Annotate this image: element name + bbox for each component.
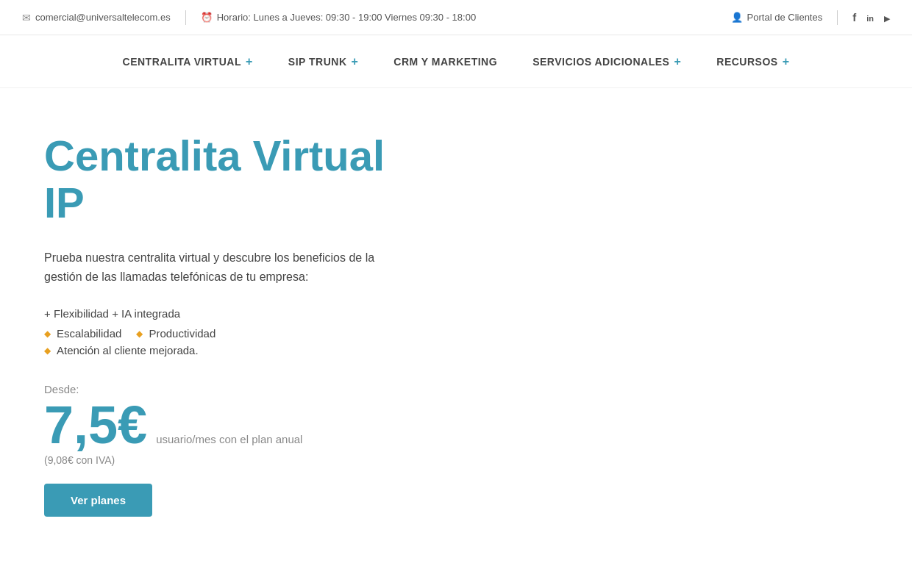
price-number: 7,5€ <box>44 398 147 451</box>
nav-dropdown-icon-servicios: + <box>674 55 681 68</box>
nav-items-list: CENTRALITA VIRTUAL + SIP TRUNK + CRM Y M… <box>123 55 790 68</box>
bullet-row-1: ◆ Escalabilidad ◆ Productividad <box>44 327 868 340</box>
diamond-icon-2: ◆ <box>136 329 143 339</box>
bullet-row-2: ◆ Atención al cliente mejorada. <box>44 344 868 356</box>
bullet-productividad: ◆ Productividad <box>136 327 215 340</box>
price-section: Desde: 7,5€ usuario/mes con el plan anua… <box>44 383 868 466</box>
user-icon <box>731 12 743 23</box>
nav-link-crm-marketing[interactable]: CRM Y MARKETING <box>393 56 497 68</box>
nav-dropdown-icon-recursos: + <box>783 55 790 68</box>
navbar: CENTRALITA VIRTUAL + SIP TRUNK + CRM Y M… <box>0 35 912 88</box>
top-bar: comercial@universaltelecom.es Horario: L… <box>0 0 912 35</box>
diamond-icon-3: ◆ <box>44 345 51 356</box>
hero-title: Centralita Virtual IP <box>44 132 868 226</box>
nav-dropdown-icon-centralita: + <box>246 55 253 68</box>
nav-label-servicios-adicionales: SERVICIOS ADICIONALES <box>532 56 669 68</box>
nav-link-servicios-adicionales[interactable]: SERVICIOS ADICIONALES + <box>532 55 681 68</box>
nav-item-crm-marketing: CRM Y MARKETING <box>393 56 497 68</box>
price-main: 7,5€ usuario/mes con el plan anual <box>44 398 868 451</box>
hero-description: Prueba nuestra centralita virtual y desc… <box>44 248 397 287</box>
hero-bullets: ◆ Escalabilidad ◆ Productividad ◆ Atenci… <box>44 327 868 356</box>
hero-title-line2: IP <box>44 179 85 226</box>
schedule-info: Horario: Lunes a Jueves: 09:30 - 19:00 V… <box>201 12 476 23</box>
nav-item-recursos: RECURSOS + <box>716 55 789 68</box>
clock-icon <box>201 12 213 23</box>
desde-label: Desde: <box>44 383 868 395</box>
nav-label-sip-trunk: SIP TRUNK <box>288 56 347 68</box>
schedule-text: Horario: Lunes a Jueves: 09:30 - 19:00 V… <box>217 12 476 23</box>
nav-link-recursos[interactable]: RECURSOS + <box>716 55 789 68</box>
nav-link-sip-trunk[interactable]: SIP TRUNK + <box>288 55 359 68</box>
price-iva: (9,08€ con IVA) <box>44 454 868 466</box>
nav-label-crm-marketing: CRM Y MARKETING <box>393 56 497 68</box>
hero-section: Centralita Virtual IP Prueba nuestra cen… <box>0 88 912 546</box>
nav-item-servicios-adicionales: SERVICIOS ADICIONALES + <box>532 55 681 68</box>
bullet-atencion: ◆ Atención al cliente mejorada. <box>44 344 199 356</box>
bullet-text-escalabilidad: Escalabilidad <box>57 327 121 340</box>
bullet-escalabilidad: ◆ Escalabilidad <box>44 327 121 340</box>
top-bar-divider-1 <box>185 10 186 25</box>
top-bar-divider-2 <box>837 10 838 25</box>
nav-item-centralita-virtual: CENTRALITA VIRTUAL + <box>123 55 253 68</box>
nav-link-centralita-virtual[interactable]: CENTRALITA VIRTUAL + <box>123 55 253 68</box>
nav-label-recursos: RECURSOS <box>716 56 777 68</box>
bullet-text-atencion: Atención al cliente mejorada. <box>57 344 199 356</box>
top-bar-right: Portal de Clientes <box>731 10 890 25</box>
email-text[interactable]: comercial@universaltelecom.es <box>35 12 171 23</box>
linkedin-icon[interactable] <box>866 11 874 24</box>
email-icon <box>22 12 31 24</box>
portal-label: Portal de Clientes <box>747 12 823 23</box>
hero-features-intro: + Flexibilidad + IA integrada <box>44 307 868 320</box>
portal-link[interactable]: Portal de Clientes <box>731 12 823 23</box>
bullet-text-productividad: Productividad <box>149 327 215 340</box>
youtube-icon[interactable] <box>884 11 890 24</box>
hero-title-line1: Centralita Virtual <box>44 132 385 179</box>
diamond-icon-1: ◆ <box>44 329 51 339</box>
facebook-icon[interactable] <box>852 11 856 24</box>
price-unit: usuario/mes con el plan anual <box>156 433 302 445</box>
nav-dropdown-icon-sip: + <box>352 55 359 68</box>
nav-label-centralita-virtual: CENTRALITA VIRTUAL <box>123 56 241 68</box>
email-contact: comercial@universaltelecom.es <box>22 12 171 24</box>
cta-button[interactable]: Ver planes <box>44 484 152 517</box>
social-icons-group <box>852 11 890 24</box>
features-intro-text: + Flexibilidad + IA integrada <box>44 307 180 320</box>
nav-item-sip-trunk: SIP TRUNK + <box>288 55 359 68</box>
